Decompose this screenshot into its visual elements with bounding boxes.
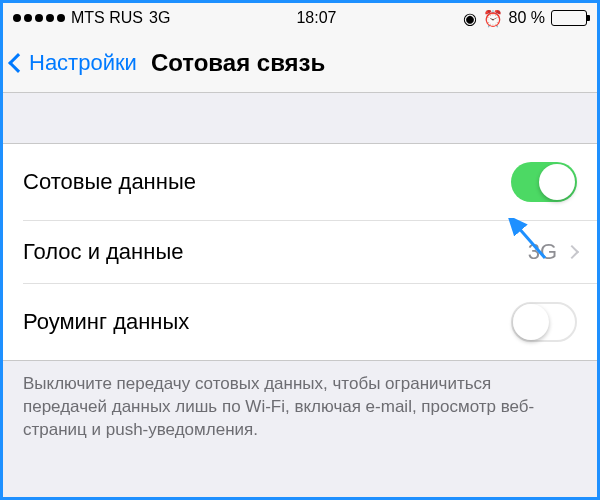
status-right: ◉ ⏰ 80 % xyxy=(463,9,587,28)
carrier-label: MTS RUS xyxy=(71,9,143,27)
battery-percent: 80 % xyxy=(509,9,545,27)
data-roaming-row[interactable]: Роуминг данных xyxy=(23,283,597,360)
nav-bar: Настройки Сотовая связь xyxy=(3,33,597,93)
status-left: MTS RUS 3G xyxy=(13,9,170,27)
clock: 18:07 xyxy=(296,9,336,27)
chevron-left-icon xyxy=(8,53,28,73)
chevron-right-icon xyxy=(565,245,579,259)
page-title: Сотовая связь xyxy=(151,49,325,77)
data-roaming-label: Роуминг данных xyxy=(23,309,189,335)
voice-and-data-row[interactable]: Голос и данные 3G xyxy=(23,220,597,283)
section-spacer xyxy=(3,93,597,143)
voice-and-data-label: Голос и данные xyxy=(23,239,183,265)
back-button-label: Настройки xyxy=(29,50,137,76)
data-roaming-toggle[interactable] xyxy=(511,302,577,342)
alarm-icon: ⏰ xyxy=(483,9,503,28)
location-icon: ◉ xyxy=(463,9,477,28)
section-footer-text: Выключите передачу сотовых данных, чтобы… xyxy=(3,361,597,454)
back-button[interactable]: Настройки xyxy=(11,50,137,76)
battery-icon xyxy=(551,10,587,26)
content-area: Сотовые данные Голос и данные 3G Роуминг… xyxy=(3,93,597,497)
cellular-data-label: Сотовые данные xyxy=(23,169,196,195)
voice-and-data-value: 3G xyxy=(528,239,557,265)
cellular-data-row[interactable]: Сотовые данные xyxy=(3,144,597,220)
settings-list: Сотовые данные Голос и данные 3G Роуминг… xyxy=(3,143,597,361)
cellular-data-toggle[interactable] xyxy=(511,162,577,202)
network-type-label: 3G xyxy=(149,9,170,27)
status-bar: MTS RUS 3G 18:07 ◉ ⏰ 80 % xyxy=(3,3,597,33)
signal-strength-icon xyxy=(13,14,65,22)
